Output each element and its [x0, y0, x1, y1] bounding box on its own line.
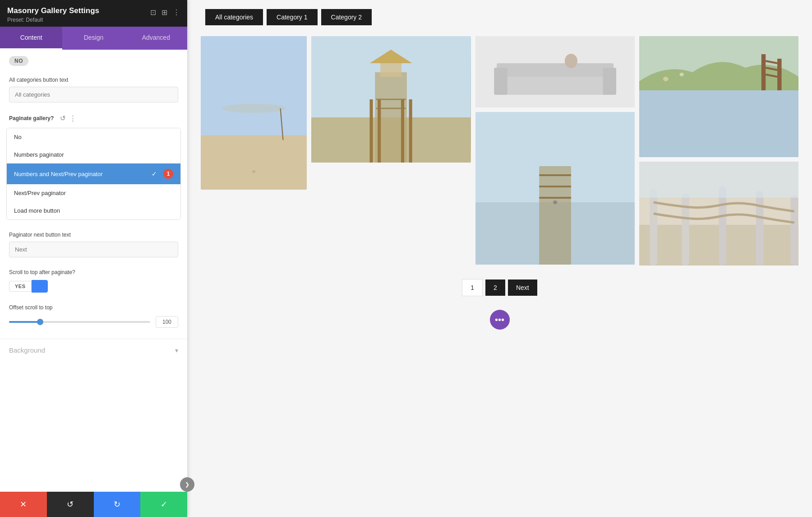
bottom-toolbar: ✕ ↺ ↻ ✓: [0, 492, 187, 517]
save-icon: ✓: [161, 499, 167, 509]
category-bar: All categories Category 1 Category 2: [201, 9, 798, 25]
background-label: Background: [9, 346, 45, 354]
page-2-button[interactable]: 2: [485, 279, 505, 296]
svg-point-2: [222, 104, 286, 113]
slider-thumb[interactable]: [37, 319, 43, 325]
svg-rect-0: [201, 36, 307, 135]
svg-rect-19: [494, 68, 507, 95]
svg-rect-40: [650, 189, 657, 265]
options-fab-button[interactable]: •••: [490, 310, 510, 330]
gallery-grid: [201, 36, 798, 265]
svg-rect-43: [756, 191, 763, 265]
svg-rect-20: [603, 68, 616, 95]
cancel-icon: ✕: [20, 499, 27, 509]
gallery-col-4: [639, 36, 798, 265]
grid-icon[interactable]: ⊞: [161, 8, 167, 17]
panel-content: NO All categories button text Paginate g…: [0, 50, 187, 517]
option-no[interactable]: No: [7, 128, 180, 146]
svg-rect-1: [201, 135, 307, 190]
next-btn-section: Paginator next button text: [0, 227, 187, 265]
option-no-label: No: [14, 134, 22, 140]
cat-1-button[interactable]: Category 1: [267, 9, 317, 25]
gallery-item-3: [475, 36, 635, 107]
svg-point-21: [564, 54, 577, 68]
selected-indicators: ✓ 1: [152, 169, 173, 179]
scroll-toggle[interactable]: YES: [9, 280, 178, 293]
toggle-blue: [32, 280, 48, 293]
option-loadmore-label: Load more button: [14, 207, 60, 214]
option-numbers[interactable]: Numbers paginator: [7, 146, 180, 163]
tab-advanced[interactable]: Advanced: [125, 27, 187, 50]
svg-rect-24: [539, 166, 571, 265]
all-categories-input[interactable]: [9, 87, 178, 102]
tab-design[interactable]: Design: [62, 27, 125, 50]
option-nextprev-label: Next/Prev paginator: [14, 190, 66, 196]
svg-rect-8: [380, 63, 401, 77]
fab-icon: •••: [495, 315, 504, 325]
slider-row: 100: [9, 316, 178, 328]
svg-rect-41: [682, 193, 689, 265]
svg-rect-44: [790, 196, 798, 265]
selected-row: Numbers and Next/Prev paginator: [14, 171, 103, 177]
undo-button[interactable]: ↺: [47, 492, 94, 517]
preset-label: Preset: Default: [7, 17, 99, 23]
dock-image: [475, 112, 635, 265]
expand-button[interactable]: ❯: [180, 477, 194, 492]
save-button[interactable]: ✓: [140, 492, 187, 517]
paginate-more-icon[interactable]: ⋮: [69, 114, 76, 122]
paginate-dropdown: No Numbers paginator Numbers and Next/Pr…: [6, 128, 181, 220]
option-numbers-next[interactable]: Numbers and Next/Prev paginator ✓ 1: [7, 163, 180, 184]
cancel-button[interactable]: ✕: [0, 492, 47, 517]
redo-button[interactable]: ↻: [94, 492, 141, 517]
restore-icon[interactable]: ⊡: [150, 8, 156, 17]
svg-rect-12: [370, 99, 373, 163]
toggle-yes-label: YES: [9, 281, 32, 292]
svg-rect-31: [761, 54, 766, 90]
all-categories-label: All categories button text: [9, 77, 178, 83]
next-btn-input[interactable]: [9, 242, 178, 257]
cat-2-button[interactable]: Category 2: [321, 9, 372, 25]
toggle-no-label[interactable]: NO: [9, 56, 28, 66]
more-icon[interactable]: ⋮: [173, 8, 180, 17]
offset-label: Offset scroll to top: [9, 304, 178, 311]
svg-rect-45: [639, 162, 798, 198]
settings-panel: Masonry Gallery Settings Preset: Default…: [0, 0, 187, 517]
pagination-bar: 1 2 Next: [201, 279, 798, 296]
tab-bar: Content Design Advanced: [0, 27, 187, 50]
paginate-header: Paginate gallery? ↺ ⋮: [0, 109, 187, 128]
panel-title: Masonry Gallery Settings: [7, 6, 99, 15]
cat-all-button[interactable]: All categories: [205, 9, 263, 25]
svg-rect-15: [401, 99, 404, 163]
redo-icon: ↻: [114, 499, 120, 509]
gallery-col-3: [475, 36, 635, 265]
header-icons: ⊡ ⊞ ⋮: [150, 8, 180, 17]
gallery-col-1: [201, 36, 307, 190]
offset-section: Offset scroll to top 100: [0, 300, 187, 335]
svg-rect-30: [639, 81, 798, 157]
fence-image: [639, 162, 798, 265]
gallery-col-2: [311, 36, 471, 163]
slider-track: [9, 321, 150, 323]
svg-point-36: [663, 77, 669, 81]
svg-rect-18: [497, 63, 614, 77]
undo-icon: ↺: [67, 499, 74, 509]
slider-value[interactable]: 100: [156, 316, 178, 328]
next-page-button[interactable]: Next: [508, 279, 537, 296]
cliff-image: [639, 36, 798, 157]
pier-image: [311, 36, 471, 163]
reset-icon[interactable]: ↺: [60, 114, 66, 122]
option-badge: 1: [163, 169, 173, 179]
svg-rect-32: [777, 59, 781, 90]
gallery-item-2: [311, 36, 471, 163]
tab-content[interactable]: Content: [0, 27, 62, 50]
svg-rect-14: [378, 99, 381, 163]
background-section[interactable]: Background ▾: [0, 339, 187, 361]
svg-point-37: [679, 73, 683, 76]
page-1-button[interactable]: 1: [462, 279, 483, 296]
option-nextprev[interactable]: Next/Prev paginator: [7, 184, 180, 202]
paginate-label: Paginate gallery?: [9, 115, 54, 121]
option-loadmore[interactable]: Load more button: [7, 202, 180, 219]
all-categories-section: All categories button text: [0, 72, 187, 109]
checkmark-icon: ✓: [152, 170, 157, 177]
paginate-icons: ↺ ⋮: [60, 114, 76, 122]
